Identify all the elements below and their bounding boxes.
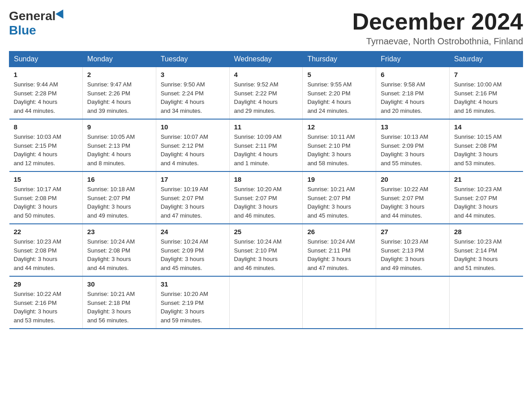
day-info: Sunrise: 9:44 AMSunset: 2:28 PMDaylight:… (14, 80, 78, 115)
day-header-wednesday: Wednesday (229, 51, 303, 67)
day-info: Sunrise: 10:21 AMSunset: 2:07 PMDaylight… (307, 185, 371, 220)
day-info: Sunrise: 9:47 AMSunset: 2:26 PMDaylight:… (87, 80, 151, 115)
day-info: Sunrise: 10:13 AMSunset: 2:09 PMDaylight… (381, 133, 445, 167)
day-number: 24 (161, 228, 225, 235)
day-number: 14 (454, 123, 518, 131)
day-number: 30 (87, 280, 151, 288)
logo: General Blue (9, 9, 66, 38)
day-info: Sunrise: 9:50 AMSunset: 2:24 PMDaylight:… (161, 80, 225, 115)
day-info: Sunrise: 10:15 AMSunset: 2:08 PMDaylight… (454, 133, 518, 167)
calendar-cell: 2 Sunrise: 9:47 AMSunset: 2:26 PMDayligh… (82, 67, 156, 120)
calendar-cell (229, 276, 303, 329)
day-header-friday: Friday (376, 51, 450, 67)
day-number: 13 (381, 123, 445, 131)
day-number: 6 (381, 71, 445, 78)
title-section: December 2024 Tyrnaevae, North Ostroboth… (352, 9, 523, 47)
day-number: 12 (307, 123, 371, 131)
logo-blue-text: Blue (9, 23, 36, 38)
calendar-cell: 4 Sunrise: 9:52 AMSunset: 2:22 PMDayligh… (229, 67, 303, 120)
calendar-cell: 28 Sunrise: 10:23 AMSunset: 2:14 PMDayli… (450, 224, 523, 276)
day-number: 31 (161, 280, 225, 288)
day-number: 3 (161, 71, 225, 78)
day-info: Sunrise: 10:20 AMSunset: 2:19 PMDaylight… (161, 290, 225, 325)
calendar-cell (450, 276, 523, 329)
calendar-cell: 10 Sunrise: 10:07 AMSunset: 2:12 PMDayli… (156, 119, 229, 171)
day-info: Sunrise: 10:07 AMSunset: 2:12 PMDaylight… (161, 133, 225, 167)
day-number: 26 (307, 228, 371, 235)
calendar-week-row: 29 Sunrise: 10:22 AMSunset: 2:16 PMDayli… (9, 276, 523, 329)
day-number: 11 (234, 123, 298, 131)
page-header: General Blue December 2024 Tyrnaevae, No… (9, 9, 523, 47)
calendar-cell: 6 Sunrise: 9:58 AMSunset: 2:18 PMDayligh… (376, 67, 450, 120)
day-info: Sunrise: 10:03 AMSunset: 2:15 PMDaylight… (14, 133, 78, 167)
day-info: Sunrise: 10:19 AMSunset: 2:07 PMDaylight… (161, 185, 225, 220)
month-title: December 2024 (352, 9, 523, 34)
day-info: Sunrise: 10:24 AMSunset: 2:09 PMDaylight… (161, 237, 225, 272)
day-info: Sunrise: 10:23 AMSunset: 2:13 PMDaylight… (381, 237, 445, 272)
calendar-week-row: 8 Sunrise: 10:03 AMSunset: 2:15 PMDaylig… (9, 119, 523, 171)
calendar-week-row: 15 Sunrise: 10:17 AMSunset: 2:08 PMDayli… (9, 171, 523, 224)
day-info: Sunrise: 10:20 AMSunset: 2:07 PMDaylight… (234, 185, 298, 220)
day-number: 15 (14, 176, 78, 183)
day-info: Sunrise: 10:00 AMSunset: 2:16 PMDaylight… (454, 80, 518, 115)
day-number: 18 (234, 176, 298, 183)
calendar-cell: 11 Sunrise: 10:09 AMSunset: 2:11 PMDayli… (229, 119, 303, 171)
calendar-cell: 26 Sunrise: 10:24 AMSunset: 2:11 PMDayli… (303, 224, 376, 276)
day-info: Sunrise: 10:05 AMSunset: 2:13 PMDaylight… (87, 133, 151, 167)
day-number: 19 (307, 176, 371, 183)
day-info: Sunrise: 9:55 AMSunset: 2:20 PMDaylight:… (307, 80, 371, 115)
calendar-cell: 30 Sunrise: 10:21 AMSunset: 2:18 PMDayli… (82, 276, 156, 329)
day-number: 29 (14, 280, 78, 288)
day-info: Sunrise: 10:23 AMSunset: 2:14 PMDaylight… (454, 237, 518, 272)
day-number: 10 (161, 123, 225, 131)
day-info: Sunrise: 9:58 AMSunset: 2:18 PMDaylight:… (381, 80, 445, 115)
day-info: Sunrise: 10:23 AMSunset: 2:07 PMDaylight… (454, 185, 518, 220)
calendar-cell: 15 Sunrise: 10:17 AMSunset: 2:08 PMDayli… (9, 171, 83, 224)
calendar-cell: 12 Sunrise: 10:11 AMSunset: 2:10 PMDayli… (303, 119, 376, 171)
logo-general-text: General (9, 9, 56, 23)
day-info: Sunrise: 10:24 AMSunset: 2:10 PMDaylight… (234, 237, 298, 272)
day-info: Sunrise: 10:17 AMSunset: 2:08 PMDaylight… (14, 185, 78, 220)
day-info: Sunrise: 10:22 AMSunset: 2:16 PMDaylight… (14, 290, 78, 325)
day-info: Sunrise: 10:24 AMSunset: 2:08 PMDaylight… (87, 237, 151, 272)
calendar-cell: 14 Sunrise: 10:15 AMSunset: 2:08 PMDayli… (450, 119, 523, 171)
day-number: 1 (14, 71, 78, 78)
logo-blue-part (56, 13, 66, 19)
day-header-sunday: Sunday (9, 51, 83, 67)
calendar-cell: 19 Sunrise: 10:21 AMSunset: 2:07 PMDayli… (303, 171, 376, 224)
day-number: 22 (14, 228, 78, 235)
day-number: 4 (234, 71, 298, 78)
calendar-week-row: 22 Sunrise: 10:23 AMSunset: 2:08 PMDayli… (9, 224, 523, 276)
day-number: 9 (87, 123, 151, 131)
day-number: 20 (381, 176, 445, 183)
calendar-cell: 3 Sunrise: 9:50 AMSunset: 2:24 PMDayligh… (156, 67, 229, 120)
day-number: 25 (234, 228, 298, 235)
calendar-cell: 23 Sunrise: 10:24 AMSunset: 2:08 PMDayli… (82, 224, 156, 276)
day-header-thursday: Thursday (303, 51, 376, 67)
day-header-saturday: Saturday (450, 51, 523, 67)
day-number: 28 (454, 228, 518, 235)
day-number: 27 (381, 228, 445, 235)
calendar-cell: 5 Sunrise: 9:55 AMSunset: 2:20 PMDayligh… (303, 67, 376, 120)
calendar-table: SundayMondayTuesdayWednesdayThursdayFrid… (9, 51, 523, 329)
calendar-cell (303, 276, 376, 329)
day-number: 16 (87, 176, 151, 183)
day-number: 17 (161, 176, 225, 183)
calendar-cell: 22 Sunrise: 10:23 AMSunset: 2:08 PMDayli… (9, 224, 83, 276)
calendar-cell: 29 Sunrise: 10:22 AMSunset: 2:16 PMDayli… (9, 276, 83, 329)
calendar-cell: 18 Sunrise: 10:20 AMSunset: 2:07 PMDayli… (229, 171, 303, 224)
calendar-cell: 13 Sunrise: 10:13 AMSunset: 2:09 PMDayli… (376, 119, 450, 171)
calendar-cell: 8 Sunrise: 10:03 AMSunset: 2:15 PMDaylig… (9, 119, 83, 171)
day-info: Sunrise: 10:21 AMSunset: 2:18 PMDaylight… (87, 290, 151, 325)
day-info: Sunrise: 10:09 AMSunset: 2:11 PMDaylight… (234, 133, 298, 167)
calendar-cell: 25 Sunrise: 10:24 AMSunset: 2:10 PMDayli… (229, 224, 303, 276)
calendar-cell: 20 Sunrise: 10:22 AMSunset: 2:07 PMDayli… (376, 171, 450, 224)
day-info: Sunrise: 10:22 AMSunset: 2:07 PMDaylight… (381, 185, 445, 220)
calendar-cell: 1 Sunrise: 9:44 AMSunset: 2:28 PMDayligh… (9, 67, 83, 120)
day-info: Sunrise: 10:11 AMSunset: 2:10 PMDaylight… (307, 133, 371, 167)
calendar-header-row: SundayMondayTuesdayWednesdayThursdayFrid… (9, 51, 523, 67)
day-header-tuesday: Tuesday (156, 51, 229, 67)
day-info: Sunrise: 10:18 AMSunset: 2:07 PMDaylight… (87, 185, 151, 220)
calendar-cell: 31 Sunrise: 10:20 AMSunset: 2:19 PMDayli… (156, 276, 229, 329)
logo-triangle-icon (56, 9, 67, 21)
